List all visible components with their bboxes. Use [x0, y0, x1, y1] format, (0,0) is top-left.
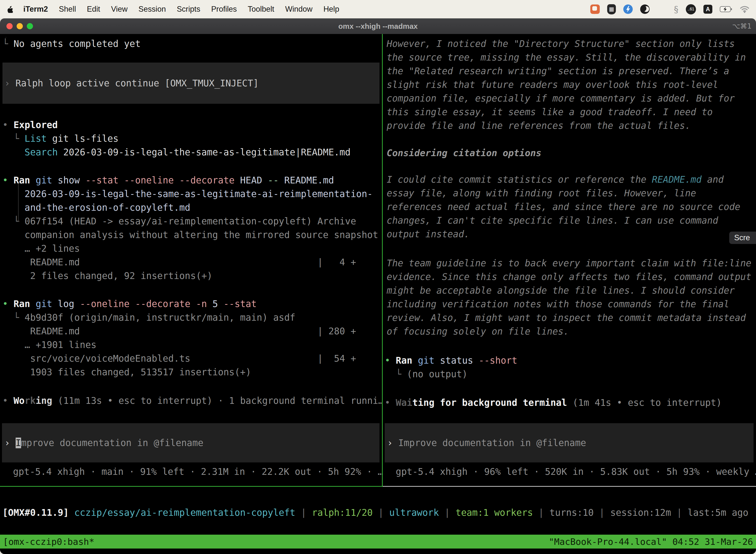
text-segment: --short	[479, 355, 517, 366]
text-segment: |	[439, 507, 456, 518]
terminal-line: › Ralph loop active continue [OMX_TMUX_I…	[4, 76, 259, 90]
text-segment: README.md	[652, 174, 701, 185]
terminal-line: companion analysis without altering the …	[2, 228, 382, 242]
text-segment: might be acceptable alongside the file l…	[387, 285, 735, 296]
text-segment: |	[671, 507, 688, 518]
right-terminal-pane[interactable]: However, I noticed the "Directory Struct…	[383, 34, 756, 486]
text-segment: ›	[4, 438, 16, 448]
text-segment: README.md | 280 +	[2, 326, 356, 337]
battery-icon[interactable]	[720, 6, 732, 12]
wifi-icon[interactable]	[740, 5, 750, 13]
pane-divider-vertical[interactable]	[382, 34, 383, 487]
keyboard-layout-icon[interactable]: A	[703, 5, 712, 14]
text-segment: evidence. Since this change only affects…	[387, 272, 751, 282]
text-segment: I could cite commit statistics or refere…	[387, 174, 652, 185]
text-segment: … +1901 lines	[2, 340, 97, 350]
text-segment: team:1 workers	[456, 507, 533, 518]
text-segment: slight risk that future readers may over…	[387, 79, 718, 90]
menu-item[interactable]: View	[111, 5, 128, 14]
text-segment: Ran	[14, 298, 30, 309]
text-segment: └	[2, 39, 14, 49]
menu-item[interactable]: iTerm2	[23, 5, 48, 14]
terminal-line: └ (no output)	[385, 367, 756, 381]
text-segment: changes, I can't cite specific file line…	[387, 215, 718, 226]
tmux-status-bar: [omx-cczip0:bash* "MacBook-Pro-44.local"…	[0, 535, 756, 549]
terminal-line: the source tree, missing the essay. Stil…	[387, 51, 756, 64]
terminal-line: … +1901 lines	[2, 338, 382, 352]
text-segment: mprove documentation in @filename	[21, 438, 203, 448]
terminal-line: README.md | 280 +	[2, 324, 382, 338]
screen-overlay-chip[interactable]: Scre	[729, 232, 756, 244]
terminal-line: └ List git ls-files	[2, 132, 382, 146]
terminal-line: slight risk that future readers may over…	[387, 78, 756, 92]
text-segment: 2 files changed, 92 insertions(+)	[2, 271, 212, 281]
text-segment: (1m 41s • esc to interrupt)	[567, 397, 722, 408]
text-segment: --stat	[224, 298, 257, 309]
prompt-input-left[interactable]: › Improve documentation in @filename	[2, 423, 379, 462]
terminal-line: The team guideline is to back every impo…	[387, 257, 756, 270]
menu-item[interactable]: Scripts	[177, 5, 200, 14]
lightning-glyph	[623, 4, 633, 14]
text-segment: •	[2, 120, 14, 130]
terminal-line: └ No agents completed yet	[2, 37, 382, 51]
tmux-session-name[interactable]: [omx-cczip0:bash*	[3, 537, 94, 547]
text-segment: └	[2, 133, 24, 144]
text-segment: └	[385, 369, 407, 380]
crescent-app-icon[interactable]	[640, 4, 649, 14]
dots-grid-icon[interactable]	[657, 4, 667, 14]
text-segment: git ls-files	[47, 133, 119, 144]
working-status-line: • Working (11m 13s • esc to interrupt) ·…	[2, 394, 382, 407]
text-segment: •	[385, 397, 396, 408]
text-segment: Explored	[14, 120, 58, 130]
terminal-line: provide file and line references from th…	[387, 119, 756, 132]
badge-61-icon[interactable]: ..61	[686, 4, 696, 14]
prompt-input-right[interactable]: › Improve documentation in @filename	[385, 423, 754, 462]
chat-app-icon[interactable]	[590, 4, 600, 14]
terminal-line: • Ran git log --oneline --decorate -n 5 …	[2, 297, 382, 311]
shield-grid-icon[interactable]: ▦	[607, 4, 616, 14]
terminal-line: README.md | 4 +	[2, 256, 382, 269]
text-segment: (11m 13s • esc to interrupt) · 1 backgro…	[52, 395, 382, 406]
apple-menu-icon[interactable]	[6, 5, 13, 13]
menu-item[interactable]: Session	[138, 5, 166, 14]
terminal-line: • Explored	[2, 118, 382, 132]
menu-item[interactable]: Help	[323, 5, 339, 14]
text-segment	[412, 355, 418, 366]
terminal-line: changes, I can't cite specific file line…	[387, 214, 756, 227]
terminal-line: • Ran git status --short	[385, 354, 756, 367]
left-terminal-pane[interactable]: └ No agents completed yet › Ralph loop a…	[0, 34, 382, 486]
injected-prompt-box: › Ralph loop active continue [OMX_TMUX_I…	[2, 63, 379, 104]
text-segment: provide file and line references from th…	[387, 120, 691, 131]
text-segment	[30, 298, 36, 309]
text-segment: --stat --oneline --decorate	[85, 175, 234, 186]
tree-indent-block: 2026-03-09-is-legal-the-same-as-legitima…	[2, 187, 382, 214]
text-segment: and	[702, 174, 724, 185]
menu-item[interactable]: Edit	[87, 5, 100, 14]
menu-item[interactable]: Toolbelt	[248, 5, 274, 14]
text-segment: •	[2, 175, 14, 186]
terminal-line: companion file, especially if more comme…	[387, 92, 756, 105]
terminal-line: essay file, along with finding root file…	[387, 186, 756, 200]
text-segment: git	[418, 355, 435, 366]
text-segment: essay file, along with finding root file…	[387, 188, 696, 199]
text-segment: ing	[36, 395, 52, 406]
text-segment: No agents completed yet	[14, 39, 141, 49]
menu-item[interactable]: Window	[285, 5, 313, 14]
menu-bar: iTerm2ShellEditViewSessionScriptsProfile…	[0, 0, 756, 18]
text-segment: However, I noticed the "Directory Struct…	[387, 39, 735, 49]
terminal-line: the "Related research writing" section i…	[387, 64, 756, 78]
terminal-body: └ No agents completed yet › Ralph loop a…	[0, 34, 756, 554]
text-segment: of focusing solely on file lines.	[387, 326, 569, 337]
terminal-line: might be acceptable alongside the file l…	[387, 284, 756, 297]
blue-lightning-icon[interactable]	[623, 4, 633, 14]
terminal-line: 1903 files changed, 513517 insertions(+)	[2, 365, 382, 379]
menu-item[interactable]: Profiles	[211, 5, 237, 14]
text-segment: and-the-erosion-of-copyleft.md	[2, 202, 190, 213]
menu-item[interactable]: Shell	[59, 5, 76, 14]
window-shortcut-badge: ⌥⌘1	[732, 18, 752, 34]
text-segment: output instead.	[387, 229, 469, 239]
window-title-bar[interactable]: omx --xhigh --madmax ⌥⌘1	[0, 18, 756, 34]
terminal-line: review. Also, I might want to inspect th…	[387, 311, 756, 325]
text-segment: status	[435, 355, 479, 366]
hook-icon[interactable]: §	[674, 4, 678, 14]
